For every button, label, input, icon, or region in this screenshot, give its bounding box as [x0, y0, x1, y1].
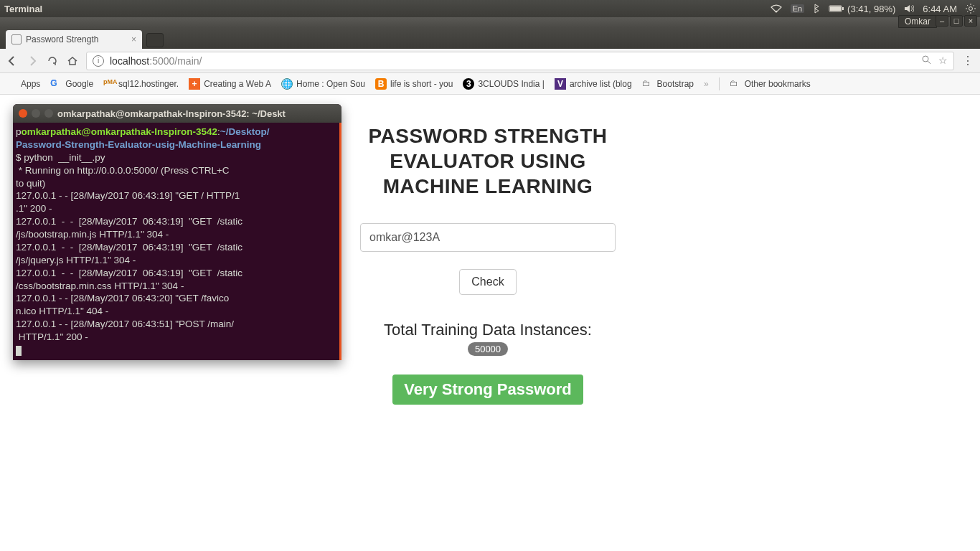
svg-point-5 — [923, 56, 928, 62]
bookmark-overflow[interactable]: » — [704, 79, 709, 89]
term-line: /css/bootstrap.min.css HTTP/1.1" 304 - — [16, 281, 184, 291]
term-line: * Running on http://0.0.0.0:5000/ (Press… — [16, 165, 230, 176]
browser-tab[interactable]: Password Strength × — [6, 30, 142, 49]
volume-icon[interactable] — [904, 4, 914, 13]
battery-indicator[interactable]: (3:41, 98%) — [829, 4, 895, 14]
window-titlebar: Omkar – □ × — [0, 17, 980, 27]
url-path: :5000/main/ — [149, 55, 202, 67]
bookmark-apps[interactable]: Apps — [6, 78, 40, 90]
active-app-title[interactable]: Terminal — [4, 4, 42, 14]
new-tab-button[interactable] — [146, 33, 164, 47]
bookmark-google[interactable]: GGoogle — [50, 78, 93, 90]
check-button[interactable]: Check — [459, 269, 516, 295]
tab-strip: Password Strength × — [0, 27, 980, 49]
term-line: HTTP/1.1" 200 - — [16, 331, 88, 342]
reload-button[interactable] — [46, 55, 59, 67]
bookmark-creating-web[interactable]: +Creating a Web A — [189, 78, 271, 90]
clock[interactable]: 6:44 AM — [923, 4, 957, 14]
terminal-cursor — [16, 346, 22, 356]
password-input[interactable] — [360, 223, 616, 252]
tab-title: Password Strength — [26, 34, 98, 44]
svg-point-0 — [775, 11, 776, 12]
wifi-icon[interactable] — [771, 4, 782, 13]
forward-button[interactable] — [26, 55, 39, 67]
term-line: 127.0.0.1 - - [28/May/2017 06:43:19] "GE… — [16, 242, 242, 253]
term-line: $ python __init__.py — [16, 152, 105, 163]
address-bar[interactable]: i localhost:5000/main/ ☆ — [86, 52, 954, 70]
term-line: n.ico HTTP/1.1" 404 - — [16, 306, 108, 316]
bookmark-sql12[interactable]: pMAsql12.hostinger. — [103, 78, 179, 90]
bookmark-divider — [719, 77, 720, 90]
term-max-icon[interactable] — [44, 109, 53, 118]
svg-rect-3 — [842, 7, 844, 10]
term-line: 127.0.0.1 - - [28/May/2017 06:43:20] "GE… — [16, 293, 229, 303]
keyboard-lang[interactable]: En — [791, 4, 804, 13]
gear-icon[interactable] — [966, 4, 976, 14]
back-button[interactable] — [6, 55, 19, 67]
term-min-icon[interactable] — [32, 109, 40, 118]
bookmarks-bar: Apps GGoogle pMAsql12.hostinger. +Creati… — [0, 73, 980, 95]
terminal-window[interactable]: omkarpathak@omkarpathak-Inspiron-3542: ~… — [13, 104, 341, 360]
home-button[interactable] — [66, 55, 79, 67]
system-indicators: En (3:41, 98%) 6:44 AM — [771, 4, 976, 14]
term-line: 127.0.0.1 - - [28/May/2017 06:43:51] "PO… — [16, 319, 234, 329]
tab-close-icon[interactable]: × — [131, 34, 136, 44]
url-host: localhost — [110, 55, 149, 67]
password-app: PASSWORD STRENGTH EVALUATOR USING MACHIN… — [355, 123, 621, 405]
svg-rect-2 — [830, 6, 841, 11]
menu-icon[interactable]: ⋮ — [961, 55, 974, 67]
site-info-icon[interactable]: i — [93, 55, 104, 67]
term-line: 127.0.0.1 - - [28/May/2017 06:43:19] "GE… — [16, 268, 242, 278]
bookmark-archive-list[interactable]: Varchive list (blog — [555, 78, 632, 90]
training-data-value: 50000 — [468, 342, 508, 356]
svg-point-4 — [969, 7, 973, 11]
term-line: /js/jquery.js HTTP/1.1" 304 - — [16, 255, 136, 265]
chrome-profile[interactable]: Omkar — [898, 15, 937, 28]
window-maximize[interactable]: □ — [950, 15, 963, 27]
os-menubar: Terminal En (3:41, 98%) 6:44 AM — [0, 0, 980, 17]
term-line: .1" 200 - — [16, 203, 52, 214]
training-data-label: Total Training Data Instances: — [355, 321, 621, 339]
terminal-title-text: omkarpathak@omkarpathak-Inspiron-3542: ~… — [57, 108, 286, 119]
term-line: /js/bootstrap.min.js HTTP/1.1" 304 - — [16, 229, 169, 240]
browser-toolbar: i localhost:5000/main/ ☆ ⋮ — [0, 49, 980, 73]
bluetooth-icon[interactable] — [813, 4, 820, 14]
star-icon[interactable]: ☆ — [938, 55, 948, 67]
term-close-icon[interactable] — [19, 109, 27, 118]
other-bookmarks[interactable]: 🗀Other bookmarks — [730, 78, 811, 90]
terminal-titlebar[interactable]: omkarpathak@omkarpathak-Inspiron-3542: ~… — [13, 104, 341, 123]
bookmark-home-opensource[interactable]: 🌐Home : Open Sou — [281, 78, 365, 90]
strength-result: Very Strong Password — [392, 375, 583, 405]
term-line: 127.0.0.1 - - [28/May/2017 06:43:19] "GE… — [16, 216, 242, 227]
term-line: to quit) — [16, 178, 45, 189]
bookmark-bootstrap-folder[interactable]: 🗀Bootstrap — [642, 78, 694, 90]
term-line: 127.0.0.1 - - [28/May/2017 06:43:19] "GE… — [16, 190, 240, 201]
bookmark-life-short[interactable]: Blife is short - you — [375, 78, 453, 90]
window-close[interactable]: × — [964, 15, 977, 27]
app-title: PASSWORD STRENGTH EVALUATOR USING MACHIN… — [355, 123, 621, 199]
zoom-icon[interactable] — [921, 55, 931, 67]
terminal-body[interactable]: pomkarpathak@omkarpathak-Inspiron-3542:~… — [13, 123, 341, 360]
window-minimize[interactable]: – — [936, 15, 948, 27]
bookmark-3clouds[interactable]: 33CLOUDS India | — [463, 78, 545, 90]
